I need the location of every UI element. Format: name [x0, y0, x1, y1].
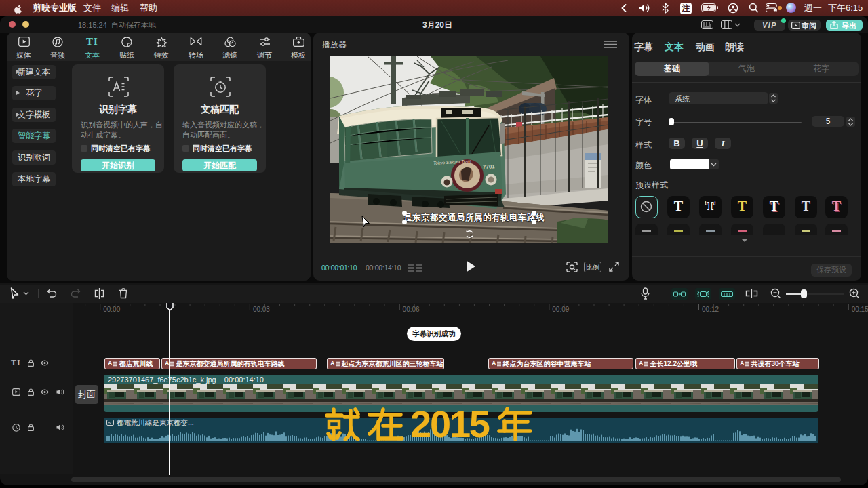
- svg-text:00:09: 00:09: [552, 306, 569, 313]
- svg-text:00:12: 00:12: [702, 306, 719, 313]
- svg-text:00:15: 00:15: [852, 306, 868, 313]
- svg-text:00:00: 00:00: [103, 306, 120, 313]
- svg-text:00:03: 00:03: [253, 306, 270, 313]
- svg-text:00:06: 00:06: [403, 306, 420, 313]
- svg-text:7701: 7701: [483, 163, 496, 170]
- svg-text:2015: 2015: [410, 407, 490, 442]
